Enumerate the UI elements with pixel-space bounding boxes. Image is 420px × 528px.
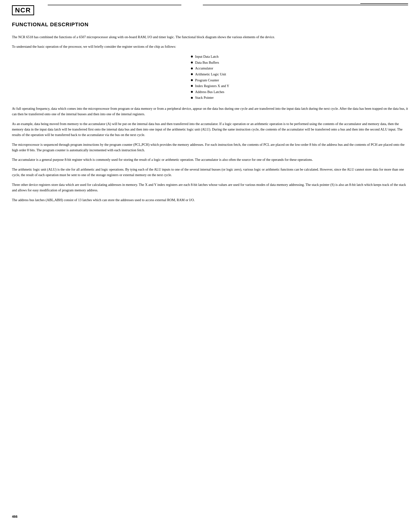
list-item: Program Counter — [191, 77, 229, 83]
top-line-right-short — [360, 3, 408, 4]
intro-paragraph-1: The NCR 6518 has combined the functions … — [12, 34, 408, 40]
bullet-icon — [191, 97, 193, 99]
list-item-label: Arithmetic Logic Unit — [195, 71, 226, 77]
logo-container: NCR — [12, 5, 34, 15]
bullet-icon — [191, 68, 193, 70]
register-list: Input Data Latch Data Bus Buffers Accumu… — [191, 54, 229, 101]
list-item: Data Bus Buffers — [191, 60, 229, 66]
body-paragraph-3: The microprocessor is sequenced through … — [12, 142, 408, 153]
list-item: Index Registers X and Y — [191, 83, 229, 89]
ncr-logo: NCR — [12, 5, 34, 15]
body-paragraph-1: At full operating frequency, data which … — [12, 106, 408, 117]
section-title: FUNCTIONAL DESCRIPTION — [12, 22, 408, 28]
body-paragraph-6: Three other device registers store data … — [12, 182, 408, 193]
page: NCR FUNCTIONAL DESCRIPTION The NCR 6518 … — [0, 0, 420, 528]
bullet-list-container: Input Data Latch Data Bus Buffers Accumu… — [12, 54, 408, 101]
page-number: 466 — [12, 515, 17, 518]
main-content: FUNCTIONAL DESCRIPTION The NCR 6518 has … — [12, 22, 408, 207]
intro-paragraph-2: To understand the basic operation of the… — [12, 44, 408, 49]
list-item-label: Accumulator — [195, 65, 213, 71]
list-item: Stack Pointer — [191, 95, 229, 101]
list-item-label: Address Bus Latches — [195, 89, 224, 95]
list-item-label: Stack Pointer — [195, 95, 214, 101]
list-item: Input Data Latch — [191, 54, 229, 60]
ncr-logo-text: NCR — [13, 6, 33, 14]
body-paragraph-7: The address bus latches (ABL,ABH) consis… — [12, 197, 408, 203]
list-item: Arithmetic Logic Unit — [191, 71, 229, 77]
bullet-icon — [191, 61, 193, 63]
list-item-label: Index Registers X and Y — [195, 83, 229, 89]
body-paragraph-5: The arithmetic logic unit (ALU) is the s… — [12, 167, 408, 178]
top-line-right — [203, 5, 408, 5]
bullet-icon — [191, 79, 193, 81]
top-decorative-lines — [0, 0, 420, 12]
list-item-label: Program Counter — [195, 77, 219, 83]
list-item-label: Input Data Latch — [195, 54, 219, 60]
body-paragraph-4: The accumulator is a general purpose 8-b… — [12, 157, 408, 162]
list-item: Accumulator — [191, 65, 229, 71]
list-item-label: Data Bus Buffers — [195, 60, 219, 66]
bullet-icon — [191, 56, 193, 58]
bullet-icon — [191, 73, 193, 75]
top-line-left — [48, 5, 181, 5]
bullet-icon — [191, 91, 193, 93]
list-item: Address Bus Latches — [191, 89, 229, 95]
bullet-icon — [191, 85, 193, 87]
body-paragraph-2: As an example, data being moved from mem… — [12, 121, 408, 138]
